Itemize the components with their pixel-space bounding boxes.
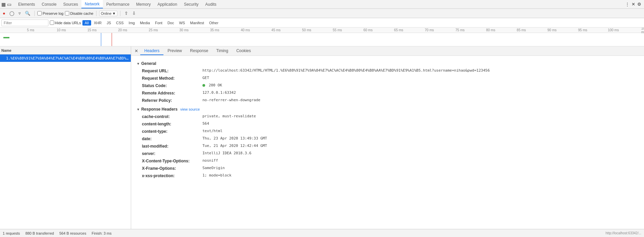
filter-btn-doc[interactable]: Doc xyxy=(165,20,177,26)
detail-tab-timing[interactable]: Timing xyxy=(212,47,232,55)
search-button[interactable]: 🔍 xyxy=(24,10,32,16)
filter-btn-css[interactable]: CSS xyxy=(114,20,126,26)
export-button[interactable]: ⇩ xyxy=(131,10,137,16)
timeline-mark: 50 ms xyxy=(302,28,311,32)
timeline-mark: 85 ms xyxy=(517,28,526,32)
filter-btn-other[interactable]: Other xyxy=(207,20,221,26)
close-devtools-icon[interactable]: ✕ xyxy=(632,2,635,7)
preserve-log-checkbox[interactable] xyxy=(37,11,42,15)
last-modified-row: last-modified: Tue, 21 Apr 2020 12:42:44… xyxy=(137,143,639,150)
filter-btn-manifest[interactable]: Manifest xyxy=(188,20,206,26)
record-button[interactable]: ● xyxy=(1,10,7,16)
preserve-log-label[interactable]: Preserve log xyxy=(37,11,64,15)
tab-elements[interactable]: Elements xyxy=(15,0,38,8)
filter-btn-img[interactable]: Img xyxy=(126,20,137,26)
status-dot xyxy=(202,84,205,87)
date-row: date: Thu, 23 Apr 2020 13:49:33 GMT xyxy=(137,135,639,143)
status-code-text: 200 OK xyxy=(209,83,222,87)
date-value: Thu, 23 Apr 2020 13:49:33 GMT xyxy=(202,136,267,142)
timeline-mark: 35 ms xyxy=(210,28,219,32)
tab-sources[interactable]: Sources xyxy=(60,0,81,8)
network-condition-select[interactable]: Online ▼ xyxy=(99,11,118,16)
request-list-header: Name xyxy=(0,46,131,54)
timeline-red-line xyxy=(112,33,112,46)
settings-icon[interactable]: ⚙ xyxy=(637,2,641,7)
filter-icon-button[interactable]: ▿ xyxy=(17,10,22,16)
timeline-blue-line xyxy=(101,33,101,46)
timeline-mark: 30 ms xyxy=(180,28,189,32)
detail-tab-cookies[interactable]: Cookies xyxy=(232,47,255,55)
filter-btn-xhr[interactable]: XHR xyxy=(91,20,104,26)
detail-panel: ✕ Headers Preview Response Timing Cookie… xyxy=(131,46,644,229)
request-url-row: Request URL: http://localhost:63342/HTML… xyxy=(137,67,639,75)
server-label: server: xyxy=(142,151,202,157)
hide-data-urls-text: Hide data URLs xyxy=(55,21,81,25)
detail-tab-headers[interactable]: Headers xyxy=(140,47,163,55)
response-headers-title: Response Headers xyxy=(141,107,178,112)
main-area: Name 1.%E6%88%91%E7%9A%84%E7%AC%AC%E4%B8… xyxy=(0,46,644,229)
x-content-type-label: X-Content-Type-Options: xyxy=(142,158,202,164)
timeline-mark: 75 ms xyxy=(455,28,464,32)
device-icon[interactable]: ▭ xyxy=(7,2,11,7)
cache-control-value: private, must-revalidate xyxy=(202,114,256,120)
toolbar-separator-1 xyxy=(34,11,35,16)
tab-application[interactable]: Application xyxy=(154,0,181,8)
general-section-header[interactable]: ▼ General xyxy=(137,61,639,66)
x-xss-protection-value: 1; mode=block xyxy=(202,173,231,179)
tab-console[interactable]: Console xyxy=(38,0,60,8)
detail-tab-preview[interactable]: Preview xyxy=(163,47,186,55)
timeline-mark: 90 ms xyxy=(547,28,557,32)
filter-type-buttons: All XHR JS CSS Img Media Font Doc WS Man… xyxy=(82,20,221,26)
tab-performance[interactable]: Performance xyxy=(103,0,133,8)
filter-btn-media[interactable]: Media xyxy=(138,20,152,26)
cache-control-row: cache-control: private, must-revalidate xyxy=(137,113,639,120)
x-frame-options-label: X-Frame-Options: xyxy=(142,165,202,171)
hide-data-urls-label[interactable]: Hide data URLs xyxy=(50,21,81,25)
request-method-value: GET xyxy=(202,75,209,81)
timeline-mark: 65 ms xyxy=(394,28,403,32)
detail-tab-response[interactable]: Response xyxy=(186,47,212,55)
timeline-ruler: 5 ms10 ms15 ms20 ms25 ms30 ms35 ms40 ms4… xyxy=(0,28,644,33)
general-title: General xyxy=(141,61,156,66)
timeline-mark: 40 ms xyxy=(241,28,250,32)
dots-icon[interactable]: ⋮ xyxy=(625,2,630,7)
content-type-value: text/html xyxy=(202,128,223,134)
filter-btn-font[interactable]: Font xyxy=(153,20,165,26)
x-frame-options-value: SameOrigin xyxy=(202,165,225,171)
close-detail-button[interactable]: ✕ xyxy=(132,48,140,54)
timeline-mark: 55 ms xyxy=(333,28,342,32)
clear-button[interactable]: ◯ xyxy=(8,10,16,16)
inspect-icon[interactable]: ▦ xyxy=(1,2,6,7)
last-modified-label: last-modified: xyxy=(142,143,202,149)
timeline-mark: 95 ms xyxy=(578,28,587,32)
status-code-value: 200 OK xyxy=(202,83,222,89)
tab-security[interactable]: Security xyxy=(181,0,202,8)
timeline-mark: 100 ms xyxy=(608,28,619,32)
filter-btn-ws[interactable]: WS xyxy=(177,20,187,26)
disable-cache-label[interactable]: Disable cache xyxy=(65,11,93,15)
request-method-label: Request Method: xyxy=(142,75,202,81)
filter-btn-all[interactable]: All xyxy=(82,20,91,26)
referrer-policy-row: Referrer Policy: no-referrer-when-downgr… xyxy=(137,97,639,104)
detail-content: ▼ General Request URL: http://localhost:… xyxy=(131,56,644,182)
view-source-link[interactable]: view source xyxy=(180,107,200,111)
filter-input[interactable] xyxy=(1,19,48,26)
tab-audits[interactable]: Audits xyxy=(202,0,220,8)
tab-memory[interactable]: Memory xyxy=(133,0,154,8)
content-type-row: content-type: text/html xyxy=(137,128,639,135)
disable-cache-text: Disable cache xyxy=(70,11,93,15)
tab-network[interactable]: Network xyxy=(81,0,103,8)
disable-cache-checkbox[interactable] xyxy=(65,11,69,15)
timeline-container: 5 ms10 ms15 ms20 ms25 ms30 ms35 ms40 ms4… xyxy=(0,28,644,46)
timeline-mark: 60 ms xyxy=(364,28,373,32)
date-label: date: xyxy=(142,136,202,142)
filter-btn-js[interactable]: JS xyxy=(104,20,113,26)
request-method-row: Request Method: GET xyxy=(137,75,639,82)
request-row[interactable]: 1.%E6%88%91%E7%9A%84%E7%AC%AC%E4%B8%80%E… xyxy=(0,54,131,62)
request-url-value: http://localhost:63342/HTML/HTML/1.%E6%8… xyxy=(202,68,490,74)
toolbar-separator-3 xyxy=(120,11,120,16)
hide-data-urls-checkbox[interactable] xyxy=(50,21,54,25)
response-headers-section-header[interactable]: ▼ Response Headers view source xyxy=(137,107,639,112)
remote-address-value: 127.0.0.1:63342 xyxy=(202,90,236,96)
import-button[interactable]: ⇧ xyxy=(123,10,129,16)
